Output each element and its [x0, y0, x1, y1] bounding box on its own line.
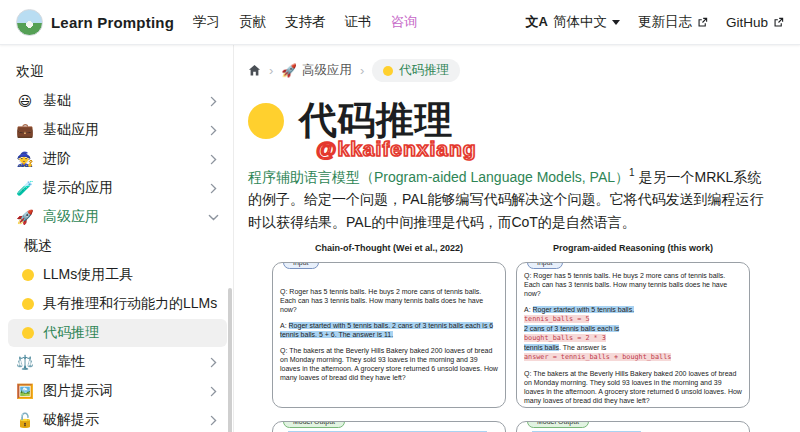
github-label: GitHub [726, 15, 768, 30]
nav-link-learn[interactable]: 学习 [193, 13, 220, 31]
external-link-icon [697, 17, 708, 28]
sidebar-item-code-reasoning[interactable]: 代码推理 [8, 319, 227, 347]
sidebar-item-image-prompting[interactable]: 🖼️ 图片提示词 [8, 377, 227, 405]
chevron-right-icon [208, 154, 219, 165]
sidebar-item-overview[interactable]: 概述 [8, 232, 227, 260]
nav-link-supporters[interactable]: 支持者 [285, 13, 326, 31]
sidebar-item-label: 基础 [43, 92, 71, 110]
test-tube-icon: 🧪 [16, 180, 34, 196]
language-label: 简体中文 [553, 13, 607, 31]
mage-icon: 🧙 [16, 151, 34, 167]
sidebar-item-label: 概述 [24, 237, 52, 255]
breadcrumb-section-label: 高级应用 [302, 62, 352, 79]
nav-link-consulting[interactable]: 咨询 [391, 13, 418, 31]
chevron-right-icon [208, 183, 219, 194]
navbar-right: 文A 简体中文 更新日志 GitHub [526, 13, 784, 31]
yellow-circle-icon [248, 103, 284, 139]
model-output-label: Model Output [527, 421, 589, 428]
pal-input-text: Q: Roger has 5 tennis balls. He buys 2 m… [524, 271, 742, 405]
brand-name: Learn Prompting [51, 14, 174, 31]
yellow-circle-icon [22, 269, 34, 281]
chevron-right-icon [208, 357, 219, 368]
breadcrumb-current: 代码推理 [372, 59, 460, 82]
input-label: Input [527, 262, 563, 269]
figure-column-title: Chain-of-Thought (Wei et al., 2022) [272, 243, 506, 253]
top-navbar: Learn Prompting 学习 贡献 支持者 证书 咨询 文A 简体中文 … [0, 0, 800, 45]
pal-comparison-figure: Chain-of-Thought (Wei et al., 2022) Inpu… [272, 243, 750, 432]
sidebar-item-basic-applications[interactable]: 💼 基础应用 [8, 116, 227, 144]
chevron-right-icon [208, 96, 219, 107]
sidebar-item-label: 可靠性 [43, 353, 85, 371]
briefcase-icon: 💼 [16, 122, 34, 138]
nav-link-certificate[interactable]: 证书 [345, 13, 372, 31]
external-link-icon [773, 17, 784, 28]
sidebar-scrollbar[interactable] [228, 288, 232, 432]
yellow-circle-icon [22, 327, 34, 339]
brand-home-link[interactable]: Learn Prompting [16, 9, 174, 36]
sidebar-item-label: 提示的应用 [43, 179, 113, 197]
intro-paragraph: 程序辅助语言模型（Program-aided Language Models, … [248, 165, 774, 234]
sidebar-item-reliability[interactable]: ⚖️ 可靠性 [8, 348, 227, 376]
watermark: @kkaifenxiang [316, 137, 774, 161]
yellow-circle-icon [22, 298, 34, 310]
sidebar-item-label: 基础应用 [43, 121, 99, 139]
sidebar-item-intermediate[interactable]: 🧙 进阶 [8, 145, 227, 173]
sidebar-item-applied-prompting[interactable]: 🧪 提示的应用 [8, 174, 227, 202]
sidebar-item-label: 代码推理 [43, 324, 99, 342]
chevron-right-icon [208, 125, 219, 136]
yellow-circle-icon [383, 66, 393, 76]
breadcrumb-separator: › [360, 63, 364, 78]
nav-link-contribute[interactable]: 贡献 [239, 13, 266, 31]
chevron-right-icon [208, 415, 219, 426]
pal-link[interactable]: 程序辅助语言模型（Program-aided Language Models, … [248, 169, 629, 185]
sidebar-item-label: 图片提示词 [43, 382, 113, 400]
breadcrumb-home[interactable] [248, 64, 261, 77]
sidebar-item-prompt-hacking[interactable]: 🔓 破解提示 [8, 406, 227, 432]
figure-column-cot: Chain-of-Thought (Wei et al., 2022) Inpu… [272, 243, 506, 432]
site-logo-icon [16, 9, 43, 36]
breadcrumb-section[interactable]: 🚀 高级应用 [281, 62, 352, 79]
chevron-right-icon [208, 386, 219, 397]
rocket-icon: 🚀 [281, 63, 297, 78]
language-dropdown[interactable]: 文A 简体中文 [526, 13, 620, 31]
chevron-down-icon [612, 20, 620, 25]
sidebar-item-basics[interactable]: 😃 基础 [8, 87, 227, 115]
breadcrumb: › 🚀 高级应用 › 代码推理 [248, 59, 774, 82]
sidebar-item-label: 欢迎 [16, 63, 44, 81]
breadcrumb-separator: › [269, 63, 273, 78]
balance-scale-icon: ⚖️ [16, 354, 34, 370]
figure-column-pal: Program-aided Reasoning (this work) Inpu… [516, 243, 750, 432]
cot-input-box: Input Q: Roger has 5 tennis balls. He bu… [272, 262, 506, 408]
figure-column-title: Program-aided Reasoning (this work) [516, 243, 750, 253]
github-link[interactable]: GitHub [726, 15, 784, 30]
model-output-label: Model Output [283, 421, 345, 428]
sidebar-item-advanced-applications[interactable]: 🚀 高级应用 [8, 203, 227, 231]
cot-input-text: Q: Roger has 5 tennis balls. He buys 2 m… [280, 287, 498, 383]
framed-picture-icon: 🖼️ [16, 383, 34, 399]
rocket-icon: 🚀 [16, 209, 34, 225]
sidebar-item-welcome[interactable]: 欢迎 [8, 58, 227, 86]
sidebar: 欢迎 😃 基础 💼 基础应用 🧙 进阶 🧪 提示的应用 🚀 高级应用 [0, 45, 234, 432]
input-label: Input [283, 262, 319, 269]
smiley-icon: 😃 [16, 93, 34, 109]
main-content: › 🚀 高级应用 › 代码推理 代码推理 @kkaifenxiang 程序辅助语… [234, 45, 800, 432]
sidebar-item-label: 进阶 [43, 150, 71, 168]
sidebar-item-label: 高级应用 [43, 208, 99, 226]
breadcrumb-current-label: 代码推理 [399, 62, 449, 79]
pal-input-box: Input Q: Roger has 5 tennis balls. He bu… [516, 262, 750, 408]
changelog-label: 更新日志 [638, 13, 692, 31]
chevron-down-icon [208, 212, 219, 223]
translate-icon: 文A [526, 13, 548, 31]
pal-output-box: Model Output A: The bakers started with … [516, 421, 750, 432]
sidebar-item-label: LLMs使用工具 [43, 266, 133, 284]
sidebar-item-label: 具有推理和行动能力的LLMs [43, 295, 217, 313]
cot-output-box: Model Output A: The bakers started with … [272, 421, 506, 432]
sidebar-item-llms-reason-act[interactable]: 具有推理和行动能力的LLMs [8, 290, 227, 318]
sidebar-item-llms-using-tools[interactable]: LLMs使用工具 [8, 261, 227, 289]
changelog-link[interactable]: 更新日志 [638, 13, 708, 31]
unlock-icon: 🔓 [16, 412, 34, 428]
home-icon [248, 64, 261, 77]
sidebar-item-label: 破解提示 [43, 411, 99, 429]
